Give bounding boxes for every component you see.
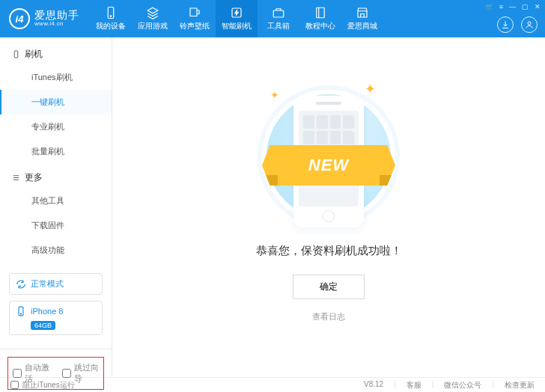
apps-icon: [146, 6, 159, 19]
sidebar-group-更多[interactable]: 更多: [0, 164, 112, 189]
svg-point-1: [110, 16, 112, 17]
check-update-link[interactable]: 检查更新: [505, 380, 535, 391]
svg-rect-4: [317, 7, 325, 18]
maximize-icon[interactable]: ▢: [522, 3, 529, 10]
nav-item-toolbox[interactable]: 工具箱: [258, 0, 299, 37]
new-ribbon: NEW: [262, 145, 395, 186]
flash-icon: [230, 6, 243, 19]
nav-bar: 我的设备应用游戏铃声壁纸智能刷机工具箱教程中心爱思商城: [90, 0, 383, 37]
phone-icon: [16, 306, 26, 316]
brand-name-cn: 爱思助手: [34, 10, 79, 21]
sidebar-item[interactable]: 高级功能: [0, 238, 112, 263]
user-icon[interactable]: [521, 16, 538, 33]
logo-icon: i4: [9, 8, 30, 29]
sidebar: 刷机iTunes刷机一键刷机专业刷机批量刷机更多其他工具下载固件高级功能 正常模…: [0, 37, 112, 377]
stop-itunes-checkbox[interactable]: 阻止iTunes运行: [0, 380, 75, 391]
ok-button[interactable]: 确定: [293, 275, 365, 299]
svg-point-8: [20, 313, 21, 314]
download-icon[interactable]: [497, 16, 514, 33]
toolbox-icon: [272, 6, 285, 19]
success-message: 恭喜您，保资料刷机成功啦！: [256, 244, 402, 258]
success-illustration: ✦ ✦ NEW: [235, 79, 422, 229]
nav-item-store[interactable]: 爱思商城: [341, 0, 383, 37]
mode-label: 正常模式: [31, 278, 64, 290]
book-icon: [314, 6, 327, 19]
sidebar-item[interactable]: 一键刷机: [0, 90, 112, 114]
sparkle-icon: ✦: [365, 81, 376, 97]
mode-pill[interactable]: 正常模式: [9, 273, 103, 295]
sidebar-item[interactable]: iTunes刷机: [0, 65, 112, 90]
ringtone-icon: [188, 6, 201, 19]
support-link[interactable]: 客服: [407, 380, 421, 391]
nav-item-flash[interactable]: 智能刷机: [216, 0, 258, 37]
device-name: iPhone 8: [31, 307, 63, 316]
main-content: ✦ ✦ NEW 恭喜您，保资料刷机成功啦！ 确定 查看日志: [112, 37, 545, 377]
svg-rect-3: [273, 10, 284, 17]
view-log-link[interactable]: 查看日志: [312, 311, 345, 322]
nav-item-phone[interactable]: 我的设备: [90, 0, 132, 37]
nav-item-book[interactable]: 教程中心: [299, 0, 341, 37]
phone-icon: [104, 6, 118, 19]
sidebar-group-刷机[interactable]: 刷机: [0, 40, 112, 65]
close-icon[interactable]: ✕: [535, 3, 541, 10]
header-right-icons: [497, 16, 538, 33]
app-header: i4 爱思助手 www.i4.cn 我的设备应用游戏铃声壁纸智能刷机工具箱教程中…: [0, 0, 545, 37]
version-label: V8.12: [364, 380, 383, 391]
refresh-icon: [16, 279, 26, 290]
brand-logo: i4 爱思助手 www.i4.cn: [0, 8, 90, 29]
sidebar-item[interactable]: 下载固件: [0, 213, 112, 238]
nav-item-ringtone[interactable]: 铃声壁纸: [174, 0, 216, 37]
brand-website: www.i4.cn: [34, 21, 79, 28]
device-pill[interactable]: iPhone 8 64GB: [9, 301, 103, 335]
sidebar-item[interactable]: 专业刷机: [0, 114, 112, 139]
list-icon: [12, 174, 20, 182]
device-icon: [12, 50, 20, 58]
nav-item-apps[interactable]: 应用游戏: [132, 0, 174, 37]
svg-point-5: [528, 22, 531, 25]
sidebar-item[interactable]: 其他工具: [0, 189, 112, 213]
device-badge: 64GB: [31, 321, 55, 330]
minimize-icon[interactable]: —: [509, 3, 516, 10]
svg-rect-6: [14, 51, 18, 58]
menu-icon[interactable]: ≡: [499, 3, 503, 10]
cart-icon[interactable]: 🛒: [485, 3, 493, 10]
sparkle-icon: ✦: [270, 89, 279, 101]
store-icon: [356, 6, 369, 19]
window-controls: 🛒 ≡ — ▢ ✕: [485, 3, 541, 10]
wechat-link[interactable]: 微信公众号: [444, 380, 481, 391]
sidebar-item[interactable]: 批量刷机: [0, 139, 112, 164]
